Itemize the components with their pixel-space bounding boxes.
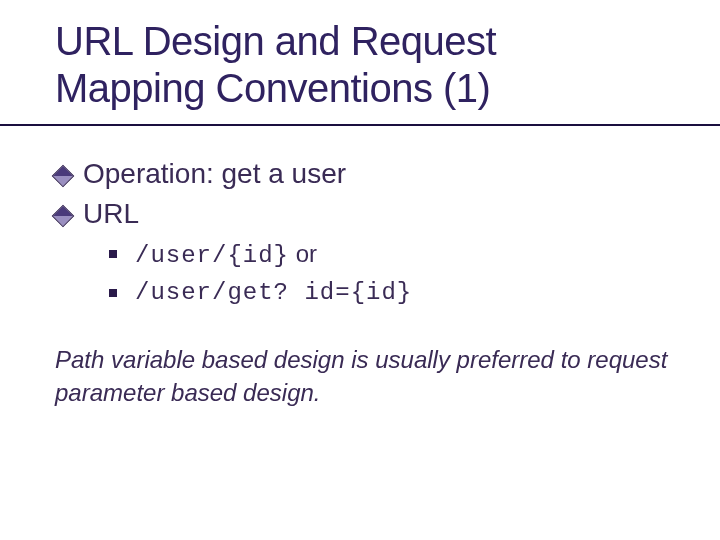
slide: URL Design and Request Mapping Conventio… [0, 0, 720, 540]
bullet-url: URL [55, 198, 690, 230]
square-bullet-icon [109, 250, 117, 258]
slide-title: URL Design and Request Mapping Conventio… [55, 18, 690, 112]
or-text: or [289, 240, 317, 267]
url-path-2: /user/get? id={id} [135, 279, 412, 306]
square-bullet-icon [109, 289, 117, 297]
bullet-url-text: URL [83, 198, 139, 230]
title-line-2: Mapping Conventions (1) [55, 66, 490, 110]
diamond-bullet-icon [52, 165, 75, 188]
sub-bullet-group: /user/{id} or /user/get? id={id} [109, 240, 690, 306]
sub-bullet-url-option-1: /user/{id} or [109, 240, 690, 269]
bullet-operation-text: Operation: get a user [83, 158, 346, 190]
footnote: Path variable based design is usually pr… [55, 344, 690, 409]
title-line-1: URL Design and Request [55, 19, 496, 63]
url-path-1: /user/{id} [135, 242, 289, 269]
sub-bullet-url-option-2: /user/get? id={id} [109, 279, 690, 306]
bullet-operation: Operation: get a user [55, 158, 690, 190]
slide-body: Operation: get a user URL /user/{id} or … [55, 158, 690, 409]
sub-bullet-text: /user/{id} or [135, 240, 317, 269]
title-underline [0, 124, 720, 126]
diamond-bullet-icon [52, 205, 75, 228]
